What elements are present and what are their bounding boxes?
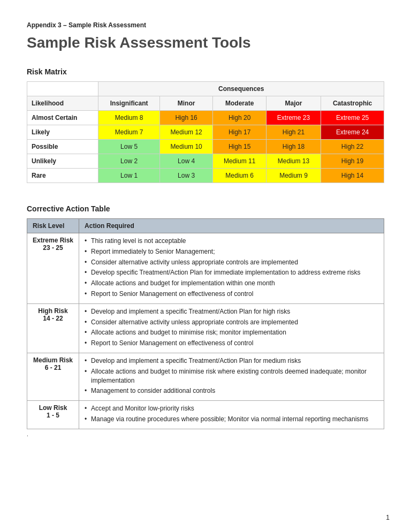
action-item: Report immediately to Senior Management; [85, 247, 378, 256]
corrective-action-title: Corrective Action Table [27, 204, 384, 213]
likelihood-label: Rare [27, 169, 98, 183]
action-required-cell: Develop and implement a specific Treatme… [79, 303, 384, 353]
action-item: This rating level is not acceptable [85, 237, 378, 246]
risk-cell: High 17 [213, 125, 267, 140]
risk-level-cell: Medium Risk6 - 21 [27, 353, 79, 400]
appendix-label: Appendix 3 – Sample Risk Assessment [27, 21, 384, 29]
likelihood-label: Unlikely [27, 154, 98, 169]
likelihood-col-header: Likelihood [27, 96, 98, 111]
risk-matrix-title: Risk Matrix [27, 67, 384, 76]
risk-cell: Low 3 [159, 169, 213, 183]
risk-matrix-table: Consequences Likelihood Insignificant Mi… [27, 81, 384, 183]
catastrophic-header: Catastrophic [321, 96, 384, 111]
risk-cell: Low 5 [98, 140, 159, 154]
likelihood-label: Almost Certain [27, 111, 98, 125]
action-item: Report to Senior Management on effective… [85, 339, 378, 348]
risk-cell: Medium 13 [266, 154, 321, 169]
risk-cell: Medium 12 [159, 125, 213, 140]
corrective-action-section: Corrective Action Table Risk Level Actio… [27, 204, 384, 437]
action-required-cell: Develop and implement a specific Treatme… [79, 353, 384, 400]
action-item: Develop and implement a specific Treatme… [85, 356, 378, 366]
corrective-footer: . [27, 431, 384, 437]
risk-cell: Low 1 [98, 169, 159, 183]
risk-level-cell: High Risk14 - 22 [27, 303, 79, 353]
page-number: 1 [386, 514, 390, 521]
risk-matrix-section: Risk Matrix Consequences Likelihood Insi… [27, 67, 384, 183]
risk-cell: Extreme 23 [266, 111, 321, 125]
risk-cell: High 16 [159, 111, 213, 125]
action-item: Develop specific Treatment/Action Plan f… [85, 268, 378, 277]
action-item: Accept and Monitor low-priority risks [85, 404, 378, 413]
action-item: Allocate actions and budget to minimise … [85, 367, 378, 385]
risk-cell: High 18 [266, 140, 321, 154]
risk-cell: High 21 [266, 125, 321, 140]
risk-level-cell: Extreme Risk23 - 25 [27, 233, 79, 304]
page-title: Sample Risk Assessment Tools [27, 34, 384, 51]
action-item: Manage via routine procedures where poss… [85, 415, 378, 424]
action-item: Consider alternative activity unless app… [85, 318, 378, 327]
risk-cell: Low 2 [98, 154, 159, 169]
risk-cell: Low 4 [159, 154, 213, 169]
corrective-table: Risk Level Action Required Extreme Risk2… [27, 218, 384, 429]
risk-cell: High 15 [213, 140, 267, 154]
risk-cell: High 20 [213, 111, 267, 125]
major-header: Major [266, 96, 321, 111]
action-item: Develop and implement a specific Treatme… [85, 307, 378, 316]
consequences-header: Consequences [98, 82, 384, 96]
action-item: Allocate actions and budget to minimise … [85, 328, 378, 337]
action-item: Management to consider additional contro… [85, 386, 378, 396]
risk-cell: Extreme 24 [321, 125, 384, 140]
risk-cell: High 22 [321, 140, 384, 154]
risk-cell: Medium 6 [213, 169, 267, 183]
action-required-cell: Accept and Monitor low-priority risksMan… [79, 401, 384, 429]
risk-cell: Medium 10 [159, 140, 213, 154]
risk-level-cell: Low Risk1 - 5 [27, 401, 79, 429]
minor-header: Minor [159, 96, 213, 111]
risk-level-col-header: Risk Level [27, 219, 79, 233]
risk-cell: Extreme 25 [321, 111, 384, 125]
action-item: Report to Senior Management on effective… [85, 290, 378, 299]
risk-cell: Medium 11 [213, 154, 267, 169]
risk-cell: Medium 7 [98, 125, 159, 140]
risk-cell: Medium 8 [98, 111, 159, 125]
action-item: Consider alternative activity unless app… [85, 258, 378, 267]
insignificant-header: Insignificant [98, 96, 159, 111]
moderate-header: Moderate [213, 96, 267, 111]
risk-cell: High 19 [321, 154, 384, 169]
action-required-col-header: Action Required [79, 219, 384, 233]
likelihood-label: Likely [27, 125, 98, 140]
risk-cell: Medium 9 [266, 169, 321, 183]
action-item: Allocate actions and budget for implemen… [85, 279, 378, 288]
risk-cell: High 14 [321, 169, 384, 183]
action-required-cell: This rating level is not acceptableRepor… [79, 233, 384, 304]
likelihood-label: Possible [27, 140, 98, 154]
